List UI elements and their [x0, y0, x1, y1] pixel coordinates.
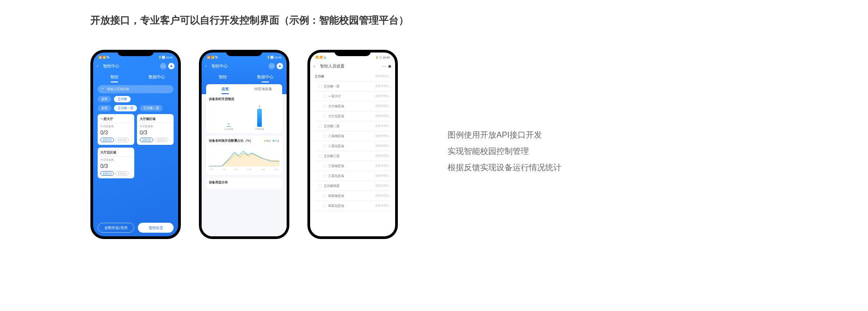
tree-row[interactable]: 立功楼一层设置管理员› — [315, 81, 391, 91]
more-icon[interactable]: ··· — [160, 63, 166, 69]
close-all-button[interactable]: 全部关闭 — [115, 138, 129, 142]
chip-all-floor[interactable]: 全部 — [98, 105, 111, 111]
svg-rect-8 — [323, 165, 326, 167]
tree-row[interactable]: 立功楼智控测试员› — [315, 72, 391, 81]
nav-bar: ‹ 智控中心 ··· ◉ — [202, 61, 287, 72]
tree-row[interactable]: 二层北区域设置管理员› — [315, 141, 391, 151]
chip-floor2[interactable]: 立功楼二层 — [140, 105, 163, 111]
zone-card[interactable]: 一层大厅 开启设备数 0/3 全部开启 全部关闭 — [98, 114, 134, 145]
timeseries-panel: 设备各时段开启数量占比（%） 昨日 今日 0:004 — [206, 136, 282, 175]
open-all-button[interactable]: 全部开启 — [100, 138, 114, 142]
tab-data-center[interactable]: 数据中心 — [136, 72, 178, 82]
chip-building[interactable]: 立功楼 — [114, 96, 131, 102]
description-text: 图例使用开放API接口开发 实现智能校园控制管理 根据反馈实现设备运行情况统计 — [448, 127, 561, 176]
device-type-panel: 设备类型分布 — [206, 177, 282, 189]
nav-bar: ‹ 智控中心 ··· ◉ — [93, 61, 178, 72]
more-icon[interactable]: ··· — [269, 63, 275, 69]
tree-row[interactable]: 立功楼三层设置管理员› — [315, 151, 391, 161]
tree-row[interactable]: 大厅北区域设置管理员› — [315, 111, 391, 121]
back-icon[interactable]: ‹ — [97, 64, 101, 68]
subtab-zone-devices[interactable]: 分区域设备 — [244, 84, 282, 94]
search-input[interactable]: 🔍 请输入区域名称 — [98, 85, 174, 93]
settings-button[interactable]: 智控设置 — [138, 223, 174, 233]
svg-rect-7 — [319, 155, 321, 158]
svg-rect-1 — [323, 95, 326, 98]
chip-all[interactable]: 全部 — [98, 96, 111, 102]
target-icon[interactable]: ◉ — [388, 64, 392, 68]
nav-title: 智控中心 — [101, 63, 160, 69]
footer-actions: 全部开启/关闭 智控设置 — [98, 223, 174, 233]
tab-data-center[interactable]: 数据中心 — [244, 72, 287, 82]
nav-title: 智控中心 — [210, 63, 269, 69]
phone-mockup-1: 📶 📶 📡🔋 ⬜ 15:49 ‹ 智控中心 ··· ◉ 智控 数据中心 🔍 请输… — [90, 50, 181, 239]
svg-rect-6 — [323, 145, 326, 148]
open-all-button[interactable]: 全部开启 — [140, 138, 153, 142]
tree-row[interactable]: 三层南区域设置管理员› — [315, 161, 391, 171]
nav-title: 智控人员设置 — [318, 63, 382, 69]
tree-row[interactable]: 三层北区域设置管理员› — [315, 171, 391, 181]
tree-row[interactable]: 立功楼四层设置管理员› — [315, 181, 391, 191]
nav-bar: ‹ 智控人员设置 ··· ◉ — [310, 61, 395, 72]
more-icon[interactable]: ··· — [382, 64, 386, 68]
open-all-button[interactable]: 全部开启 — [100, 171, 114, 176]
target-icon[interactable]: ◉ — [277, 63, 283, 69]
back-icon[interactable]: ‹ — [205, 64, 210, 68]
realtime-panel: 设备实时开启情况 0 办公特税 3 产研轻税 — [206, 94, 282, 133]
search-icon: 🔍 — [101, 87, 105, 91]
back-icon[interactable]: ‹ — [314, 64, 318, 68]
subtab-overview[interactable]: 总览 — [206, 84, 244, 94]
tree-row[interactable]: 一层大厅设置管理员› — [315, 91, 391, 101]
tree-row[interactable]: 四层南区域设置管理员› — [315, 191, 391, 201]
tree-row[interactable]: 四层北区域设置管理员› — [315, 201, 391, 211]
svg-rect-10 — [319, 185, 321, 187]
line-chart: 0:004:008:0012:0016:0020:00 — [209, 145, 279, 172]
bar-chart: 0 办公特税 3 产研轻税 — [209, 103, 279, 130]
chip-floor1[interactable]: 立功楼一层 — [114, 105, 137, 111]
personnel-tree: 立功楼智控测试员›立功楼一层设置管理员›一层大厅设置管理员›大厅南区域设置管理员… — [310, 72, 395, 211]
page-title: 开放接口，专业客户可以自行开发控制界面（示例：智能校园管理平台） — [90, 14, 409, 27]
svg-rect-11 — [323, 195, 326, 197]
svg-rect-2 — [323, 105, 326, 108]
zone-card[interactable]: 大厅北区域 开启设备数 0/3 全部开启 全部关闭 — [98, 148, 134, 178]
svg-rect-3 — [323, 115, 326, 118]
phone-showcase: 📶 📶 📡🔋 ⬜ 15:49 ‹ 智控中心 ··· ◉ 智控 数据中心 🔍 请输… — [90, 50, 398, 239]
svg-rect-12 — [323, 205, 326, 207]
svg-rect-0 — [319, 85, 321, 88]
main-tabs: 智控 数据中心 — [93, 72, 178, 82]
phone-mockup-2: 📶 📶 📡🔋 ⬜ 15:49 ‹ 智控中心 ··· ◉ 智控 数据中心 总览 分… — [199, 50, 289, 239]
tree-row[interactable]: 立功楼二层设置管理员› — [315, 121, 391, 131]
main-tabs: 智控 数据中心 — [202, 72, 287, 82]
phone-mockup-3: 📶 📶 📡🔋 ⬜ 15:50 ‹ 智控人员设置 ··· ◉ 立功楼智控测试员›立… — [307, 50, 398, 239]
toggle-all-button[interactable]: 全部开启/关闭 — [98, 223, 134, 233]
zone-card[interactable]: 大厅南区域 开启设备数 0/3 全部开启 全部关闭 — [137, 114, 174, 145]
tree-row[interactable]: 二层南区域设置管理员› — [315, 131, 391, 141]
close-all-button[interactable]: 全部关闭 — [115, 171, 129, 176]
close-all-button[interactable]: 全部关闭 — [155, 138, 168, 142]
svg-rect-9 — [323, 175, 326, 177]
zone-cards: 一层大厅 开启设备数 0/3 全部开启 全部关闭 大厅南区域 开启设备数 0/3… — [93, 114, 178, 178]
tab-control[interactable]: 智控 — [93, 72, 136, 82]
sub-tabs: 总览 分区域设备 — [206, 84, 282, 94]
tab-control[interactable]: 智控 — [202, 72, 244, 82]
svg-rect-5 — [323, 135, 326, 138]
svg-rect-4 — [319, 125, 321, 128]
filter-chips: 全部 立功楼 全部 立功楼一层 立功楼二层 — [93, 96, 178, 111]
chart-legend: 昨日 今日 — [264, 139, 279, 142]
target-icon[interactable]: ◉ — [168, 63, 175, 69]
tree-row[interactable]: 大厅南区域设置管理员› — [315, 101, 391, 111]
